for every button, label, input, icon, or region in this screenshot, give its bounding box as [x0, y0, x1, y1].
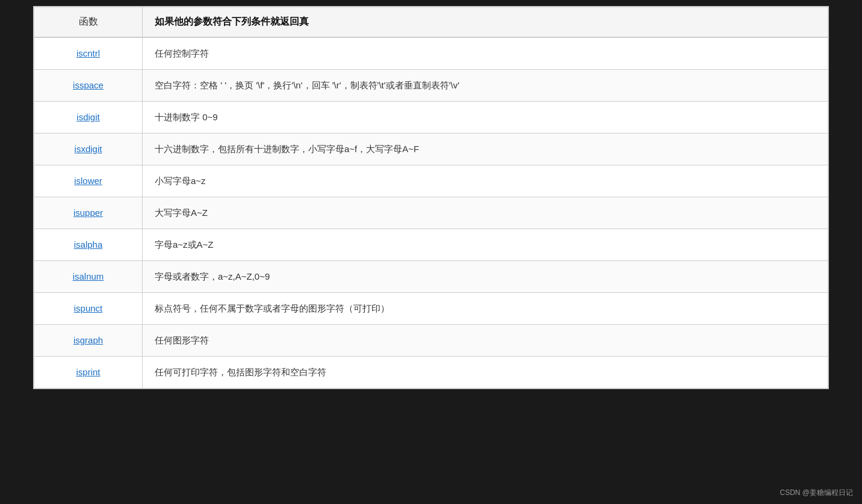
- table-row: isprint任何可打印字符，包括图形字符和空白字符: [34, 357, 828, 389]
- cell-func: isxdigit: [34, 134, 143, 165]
- table-row: iscntrl任何控制字符: [34, 37, 828, 70]
- cell-func: isupper: [34, 197, 143, 229]
- table-row: isgraph任何图形字符: [34, 325, 828, 357]
- func-link[interactable]: isprint: [76, 367, 100, 377]
- cell-desc: 任何可打印字符，包括图形字符和空白字符: [143, 357, 828, 389]
- cell-desc: 字母或者数字，a~z,A~Z,0~9: [143, 261, 828, 293]
- table-row: isspace空白字符：空格 ' '，换页 '\f'，换行'\n'，回车 '\r…: [34, 70, 828, 102]
- cell-desc: 任何图形字符: [143, 325, 828, 357]
- func-link[interactable]: isxdigit: [75, 144, 102, 154]
- cell-func: isspace: [34, 70, 143, 102]
- cell-desc: 标点符号，任何不属于数字或者字母的图形字符（可打印）: [143, 293, 828, 325]
- func-link[interactable]: isalnum: [73, 271, 104, 281]
- main-table: 函数 如果他的参数符合下列条件就返回真 iscntrl任何控制字符isspace…: [34, 7, 828, 389]
- func-link[interactable]: islower: [74, 176, 102, 186]
- cell-func: islower: [34, 165, 143, 197]
- cell-func: isdigit: [34, 102, 143, 134]
- func-link[interactable]: isgraph: [73, 335, 103, 345]
- header-func: 函数: [34, 7, 143, 38]
- func-link[interactable]: isupper: [73, 207, 103, 218]
- table-row: isalpha字母a~z或A~Z: [34, 229, 828, 261]
- cell-desc: 小写字母a~z: [143, 165, 828, 197]
- table-row: isxdigit十六进制数字，包括所有十进制数字，小写字母a~f，大写字母A~F: [34, 134, 828, 165]
- cell-func: ispunct: [34, 293, 143, 325]
- table-body: iscntrl任何控制字符isspace空白字符：空格 ' '，换页 '\f'，…: [34, 37, 828, 389]
- table-header-row: 函数 如果他的参数符合下列条件就返回真: [34, 7, 828, 38]
- func-link[interactable]: iscntrl: [76, 48, 100, 58]
- cell-func: isprint: [34, 357, 143, 389]
- cell-desc: 大写字母A~Z: [143, 197, 828, 229]
- func-link[interactable]: isalpha: [74, 239, 103, 250]
- table-row: isupper大写字母A~Z: [34, 197, 828, 229]
- func-link[interactable]: ispunct: [74, 303, 103, 313]
- table-row: isalnum字母或者数字，a~z,A~Z,0~9: [34, 261, 828, 293]
- cell-desc: 十进制数字 0~9: [143, 102, 828, 134]
- cell-desc: 字母a~z或A~Z: [143, 229, 828, 261]
- cell-desc: 任何控制字符: [143, 37, 828, 70]
- table-row: ispunct标点符号，任何不属于数字或者字母的图形字符（可打印）: [34, 293, 828, 325]
- footer-credit: CSDN @姜糖编程日记: [780, 488, 853, 498]
- cell-func: iscntrl: [34, 37, 143, 70]
- cell-desc: 十六进制数字，包括所有十进制数字，小写字母a~f，大写字母A~F: [143, 134, 828, 165]
- cell-func: isalpha: [34, 229, 143, 261]
- func-link[interactable]: isdigit: [76, 112, 99, 122]
- page-wrapper: 函数 如果他的参数符合下列条件就返回真 iscntrl任何控制字符isspace…: [0, 0, 862, 504]
- cell-func: isalnum: [34, 261, 143, 293]
- table-row: islower小写字母a~z: [34, 165, 828, 197]
- table-row: isdigit十进制数字 0~9: [34, 102, 828, 134]
- table-container: 函数 如果他的参数符合下列条件就返回真 iscntrl任何控制字符isspace…: [33, 6, 829, 389]
- cell-func: isgraph: [34, 325, 143, 357]
- func-link[interactable]: isspace: [73, 80, 104, 90]
- header-desc: 如果他的参数符合下列条件就返回真: [143, 7, 828, 38]
- cell-desc: 空白字符：空格 ' '，换页 '\f'，换行'\n'，回车 '\r'，制表符'\…: [143, 70, 828, 102]
